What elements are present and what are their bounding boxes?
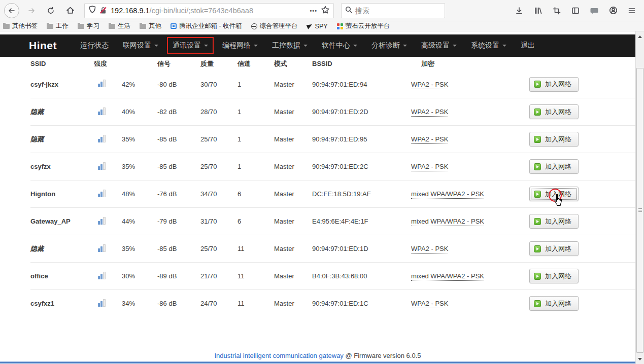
bookmark-label: 学习 bbox=[87, 22, 99, 30]
ssid-cell: 隐藏 bbox=[30, 244, 94, 253]
bookmark-item[interactable]: 其他书签 bbox=[3, 22, 38, 30]
join-network-button[interactable]: 加入网络 bbox=[529, 77, 579, 92]
join-network-button[interactable]: 加入网络 bbox=[529, 269, 579, 283]
ssid-cell: Hignton bbox=[30, 190, 94, 198]
bookmark-item[interactable]: SPY bbox=[307, 23, 328, 30]
nav-item[interactable]: 系统设置 bbox=[464, 38, 514, 53]
bookmark-label: 生活 bbox=[118, 22, 130, 30]
join-cell: 加入网络 bbox=[529, 77, 611, 92]
scroll-down-icon[interactable] bbox=[636, 355, 644, 363]
join-cell: 加入网络 bbox=[529, 104, 611, 119]
chevron-down-icon bbox=[353, 45, 357, 47]
nav-item[interactable]: 工控数据 bbox=[265, 38, 315, 53]
mode-cell: Master bbox=[274, 245, 312, 252]
table-row: office 30% -89 dB 21/70 11 Master B4:0F:… bbox=[30, 262, 635, 289]
bookmark-item[interactable]: 其他 bbox=[140, 22, 161, 30]
globe-icon bbox=[251, 23, 257, 29]
scroll-up-icon[interactable] bbox=[636, 32, 644, 41]
nav-item[interactable]: 退出 bbox=[514, 38, 542, 53]
library-icon[interactable] bbox=[531, 4, 545, 18]
back-button[interactable] bbox=[4, 3, 19, 18]
plane-icon bbox=[306, 23, 313, 29]
account-icon[interactable] bbox=[606, 4, 620, 18]
signal-cell: -85 dB bbox=[157, 245, 200, 252]
bookmark-item[interactable]: 腾讯企业邮箱 - 收件箱 bbox=[171, 22, 242, 30]
nav-item[interactable]: 运行状态 bbox=[73, 38, 116, 53]
join-network-button[interactable]: 加入网络 bbox=[529, 214, 579, 229]
join-cell: 加入网络 bbox=[529, 187, 611, 201]
bookmark-item[interactable]: 综合管理平台 bbox=[251, 22, 298, 30]
nav-item-label: 高级设置 bbox=[421, 41, 450, 50]
bookmark-item[interactable]: 生活 bbox=[109, 22, 130, 30]
nav-item[interactable]: 编程网络 bbox=[215, 38, 265, 53]
insecure-lock-icon[interactable] bbox=[99, 7, 107, 14]
search-box[interactable] bbox=[341, 3, 445, 18]
screenshot-tool-icon[interactable] bbox=[550, 4, 564, 18]
url-text: 192.168.9.1/cgi-bin/luci/;stok=7643e4b6a… bbox=[111, 7, 306, 15]
menu-hamburger-icon[interactable] bbox=[625, 4, 639, 18]
folder-icon bbox=[47, 24, 53, 29]
nav-item[interactable]: 通讯设置 bbox=[165, 38, 215, 53]
quality-cell: 25/70 bbox=[200, 135, 238, 143]
table-row: csyfzx 35% -85 dB 25/70 1 Master 90:94:9… bbox=[30, 153, 635, 180]
encryption-cell: WPA2 - PSK bbox=[411, 300, 529, 307]
signal-strength-icon bbox=[94, 272, 122, 281]
nav-item[interactable]: 联网设置 bbox=[116, 38, 165, 53]
join-cell: 加入网络 bbox=[529, 159, 611, 174]
bookmark-item[interactable]: 萤石云开放平台 bbox=[337, 22, 390, 30]
chevron-down-icon bbox=[254, 45, 258, 47]
nav-item[interactable]: 分析诊断 bbox=[364, 38, 414, 53]
home-button[interactable] bbox=[63, 4, 77, 18]
quality-cell: 30/70 bbox=[200, 81, 238, 88]
nav-item-label: 系统设置 bbox=[471, 41, 499, 50]
join-button-label: 加入网络 bbox=[545, 135, 571, 144]
join-network-button[interactable]: 加入网络 bbox=[529, 296, 579, 311]
nav-items: 运行状态联网设置通讯设置编程网络工控数据软件中心分析诊断高级设置系统设置退出 bbox=[73, 38, 542, 53]
nav-item[interactable]: 高级设置 bbox=[414, 38, 464, 53]
forward-button[interactable] bbox=[24, 4, 39, 18]
join-button-label: 加入网络 bbox=[545, 244, 571, 253]
strength-cell: 35% bbox=[122, 245, 157, 252]
bookmark-item[interactable]: 工作 bbox=[47, 22, 69, 30]
nav-item-label: 软件中心 bbox=[322, 41, 350, 50]
signal-cell: -85 dB bbox=[157, 163, 200, 170]
bookmark-star-icon[interactable] bbox=[321, 6, 329, 16]
signal-strength-icon bbox=[94, 217, 122, 226]
signal-cell: -79 dB bbox=[157, 217, 200, 225]
scrollbar-thumb[interactable] bbox=[636, 68, 643, 353]
ssid-cell: csyfxz1 bbox=[30, 300, 94, 307]
ssid-cell: office bbox=[30, 272, 94, 280]
nav-item-label: 退出 bbox=[521, 41, 535, 50]
channel-cell: 11 bbox=[238, 245, 274, 252]
join-network-button[interactable]: 加入网络 bbox=[529, 159, 579, 174]
reload-button[interactable] bbox=[44, 4, 58, 18]
ssid-cell: csyf-jkzx bbox=[30, 81, 94, 88]
shield-icon[interactable] bbox=[89, 6, 96, 15]
brand-logo[interactable]: Hinet bbox=[29, 40, 57, 52]
page-actions-icon[interactable]: ••• bbox=[310, 8, 317, 14]
header-bssid: BSSID bbox=[312, 60, 411, 67]
messages-icon[interactable] bbox=[587, 4, 601, 18]
join-network-button[interactable]: 加入网络 bbox=[529, 241, 579, 256]
signal-cell: -80 dB bbox=[157, 81, 200, 88]
table-row: csyfxz1 34% -86 dB 24/70 11 Master 90:94… bbox=[30, 289, 635, 317]
sidebar-toggle-icon[interactable] bbox=[568, 4, 583, 18]
join-cell: 加入网络 bbox=[529, 269, 611, 283]
gateway-link[interactable]: Industrial intelligent communication gat… bbox=[215, 352, 344, 359]
search-input[interactable] bbox=[355, 7, 441, 15]
encryption-cell: WPA2 - PSK bbox=[411, 135, 529, 143]
join-network-button[interactable]: 加入网络 bbox=[529, 104, 579, 119]
bookmark-item[interactable]: 学习 bbox=[78, 22, 99, 30]
url-bar[interactable]: 192.168.9.1/cgi-bin/luci/;stok=7643e4b6a… bbox=[84, 3, 334, 18]
header-ssid: SSID bbox=[30, 60, 94, 67]
signal-strength-icon bbox=[94, 107, 122, 117]
mode-cell: Master bbox=[274, 135, 312, 143]
download-icon[interactable] bbox=[512, 4, 526, 18]
join-cell: 加入网络 bbox=[529, 296, 611, 311]
join-button-label: 加入网络 bbox=[545, 80, 571, 89]
join-network-button[interactable]: 加入网络 bbox=[529, 187, 579, 201]
chevron-down-icon bbox=[403, 45, 407, 47]
nav-item[interactable]: 软件中心 bbox=[315, 38, 364, 53]
join-network-button[interactable]: 加入网络 bbox=[529, 132, 579, 147]
vertical-scrollbar[interactable] bbox=[635, 31, 644, 364]
